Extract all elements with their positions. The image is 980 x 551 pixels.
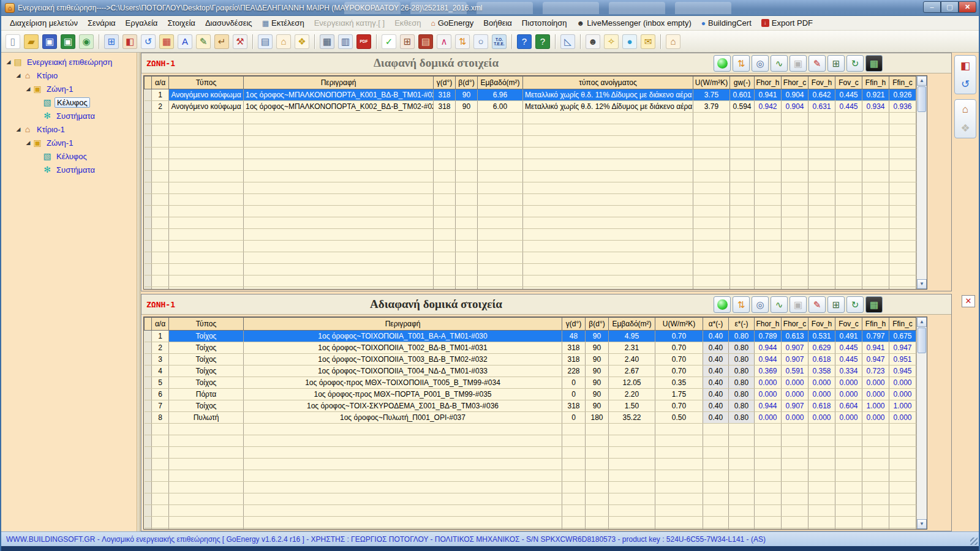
cell[interactable]: 0.000 xyxy=(835,412,862,424)
cell[interactable]: 1ος όροφος~ΤΟΙΧΟΠΟΙΙΑ_Τ001_ΒΑ-Α_ΤΜ01-#03… xyxy=(244,331,562,342)
home-button[interactable]: ⌂ xyxy=(275,33,292,50)
table-row[interactable]: 7Τοίχος1ος όροφος~ΤΟΙΧ-ΣΚΥΡΟΔΕΜΑ_Σ001_ΒΔ… xyxy=(145,400,916,412)
cell[interactable]: 5 xyxy=(152,377,169,389)
cell[interactable]: 0.926 xyxy=(889,89,916,101)
cell[interactable]: 0.40 xyxy=(703,389,729,400)
cell[interactable]: Πόρτα xyxy=(169,389,244,400)
scroll-down-arrow[interactable]: ▼ xyxy=(917,519,927,529)
cell[interactable]: 0.797 xyxy=(862,331,889,342)
cell[interactable]: 0.40 xyxy=(703,365,729,377)
run-button[interactable] xyxy=(714,55,731,72)
connect-button[interactable]: ∿ xyxy=(771,296,788,313)
table-row[interactable]: 1Ανοιγόμενο κούφωμα1ος όροφος~ΜΠΑΛΚΟΝΟΠΟ… xyxy=(145,89,916,101)
tee-report-button[interactable]: ▥ xyxy=(337,33,354,50)
column-header-10[interactable]: Fhor_h xyxy=(755,318,782,331)
column-header-10[interactable]: Fhor_h xyxy=(755,77,782,89)
pdf-button[interactable]: PDF xyxy=(355,33,372,50)
table-row[interactable]: 4Τοίχος1ος όροφος~ΤΟΙΧΟΠΟΙΙΑ_Τ004_ΝΔ-Δ_Τ… xyxy=(145,365,916,377)
cell[interactable]: 0.591 xyxy=(782,365,809,377)
cell[interactable]: 0.000 xyxy=(782,412,809,424)
cell[interactable]: 0.80 xyxy=(729,400,755,412)
cell[interactable]: 1ος όροφος-προς ΜΘΧ~ΠΟΡΤΑ_Ρ001_Β_ΤΜ99-#0… xyxy=(244,389,562,400)
exit-door-button[interactable]: ↵ xyxy=(213,33,230,50)
connect-button[interactable]: ∿ xyxy=(771,55,788,72)
column-header-12[interactable]: Fov_h xyxy=(809,77,835,89)
cell[interactable]: 90 xyxy=(586,342,609,354)
clipboard-button[interactable]: ▤ xyxy=(257,33,274,50)
cell[interactable] xyxy=(145,412,152,424)
cell[interactable]: 0.369 xyxy=(755,365,782,377)
cell[interactable]: 0.80 xyxy=(729,331,755,342)
column-header-11[interactable]: Fhor_c xyxy=(782,77,809,89)
refresh-button[interactable]: ↻ xyxy=(846,296,864,313)
cell[interactable]: 0.907 xyxy=(782,354,809,365)
column-header-8[interactable]: α*(-) xyxy=(703,318,729,331)
column-header-6[interactable]: Εμβαδό(m²) xyxy=(609,318,655,331)
cell[interactable]: 1ος όροφος~ΤΟΙΧΟΠΟΙΙΑ_Τ004_ΝΔ-Δ_ΤΜ01-#03… xyxy=(244,365,562,377)
edit-button[interactable]: ✎ xyxy=(809,296,826,313)
cell[interactable]: 2.20 xyxy=(609,389,655,400)
cell[interactable]: 0.613 xyxy=(782,331,809,342)
cell[interactable]: 0.000 xyxy=(862,389,889,400)
tree-item-ζώνη-1[interactable]: ◢▣Ζώνη-1 xyxy=(2,82,135,96)
cell[interactable]: 90 xyxy=(586,377,609,389)
cell[interactable]: 0.947 xyxy=(889,342,916,354)
cell[interactable]: 0.934 xyxy=(862,101,889,113)
help-book-button[interactable]: ? xyxy=(534,33,551,50)
mirror-button[interactable]: A xyxy=(176,33,194,50)
run-button[interactable] xyxy=(714,296,731,313)
new-block-button[interactable]: ◧ xyxy=(956,57,974,74)
cell[interactable]: 90 xyxy=(456,101,478,113)
cell[interactable]: 48 xyxy=(562,331,586,342)
column-header-12[interactable]: Fov_h xyxy=(809,318,835,331)
menu-item-13[interactable]: ●BuildingCert xyxy=(696,17,756,29)
cell[interactable]: 318 xyxy=(434,89,456,101)
sort-arrows-button[interactable]: ⇅ xyxy=(454,33,471,50)
cell[interactable]: 0.70 xyxy=(655,365,703,377)
building-button[interactable]: ⌂ xyxy=(956,101,974,118)
cell[interactable] xyxy=(145,342,152,354)
column-header-4[interactable]: γ(d°) xyxy=(434,77,456,89)
cell[interactable]: 90 xyxy=(586,400,609,412)
cell[interactable]: 6.00 xyxy=(478,101,523,113)
cell[interactable]: 0.945 xyxy=(889,365,916,377)
cell[interactable]: 0.531 xyxy=(809,331,835,342)
tree-item-συστήματα[interactable]: ✻Συστήματα xyxy=(2,163,135,176)
cell[interactable]: 1.50 xyxy=(609,400,655,412)
column-header-4[interactable]: γ(d°) xyxy=(562,318,586,331)
cell[interactable]: 318 xyxy=(562,342,586,354)
cell[interactable]: 1ος όροφος~ΤΟΙΧ-ΣΚΥΡΟΔΕΜΑ_Σ001_ΒΔ-Β_ΤΜ03… xyxy=(244,400,562,412)
minimize-button[interactable]: – xyxy=(923,1,941,13)
cell[interactable]: 90 xyxy=(586,354,609,365)
cell[interactable]: 0.70 xyxy=(655,331,703,342)
tree-item-κτίριο-1[interactable]: ◢⌂Κτίριο-1 xyxy=(2,122,135,136)
cell[interactable]: 0.904 xyxy=(782,101,809,113)
cell[interactable]: 0.80 xyxy=(729,412,755,424)
check-button[interactable]: ✓ xyxy=(380,33,398,50)
cell[interactable] xyxy=(145,101,152,113)
tree-item-ενεργειακή-επιθεώρηση[interactable]: ◢▤Ενεργειακή επιθεώρηση xyxy=(2,55,135,69)
open-folder-button[interactable]: ▰ xyxy=(23,33,40,50)
preview-button[interactable]: ◎ xyxy=(752,55,769,72)
cell[interactable]: 0.445 xyxy=(835,342,862,354)
menu-item-11[interactable]: Πιστοποίηση xyxy=(517,17,572,29)
cell[interactable]: 0.491 xyxy=(835,331,862,342)
column-header-3[interactable]: Περιγραφή xyxy=(244,77,434,89)
menu-item-2[interactable]: Σενάρια xyxy=(83,17,121,29)
globe-alert-button[interactable]: ◉ xyxy=(78,33,95,50)
cell[interactable]: 35.22 xyxy=(609,412,655,424)
save-green-button[interactable]: ▣ xyxy=(59,33,77,50)
search-button[interactable]: ○ xyxy=(472,33,489,50)
cell[interactable]: Τοίχος xyxy=(169,342,244,354)
cell[interactable]: 0.80 xyxy=(729,389,755,400)
cell[interactable]: Μεταλλικό χωρίς θ.δ. 12% Δίδυμος με διάκ… xyxy=(523,101,693,113)
cell[interactable]: Μεταλλικό χωρίς θ.δ. 11% Δίδυμος με διάκ… xyxy=(523,89,693,101)
globe-chat-button[interactable]: ● xyxy=(621,33,638,50)
cell[interactable]: 0.936 xyxy=(889,101,916,113)
cell[interactable]: 0.944 xyxy=(755,342,782,354)
refresh-button[interactable]: ↻ xyxy=(846,55,864,72)
cell[interactable]: 0.907 xyxy=(782,342,809,354)
cell[interactable] xyxy=(145,389,152,400)
cell[interactable]: 0.000 xyxy=(782,377,809,389)
tree-item-κτίριο[interactable]: ◢⌂Κτίριο xyxy=(2,69,135,82)
